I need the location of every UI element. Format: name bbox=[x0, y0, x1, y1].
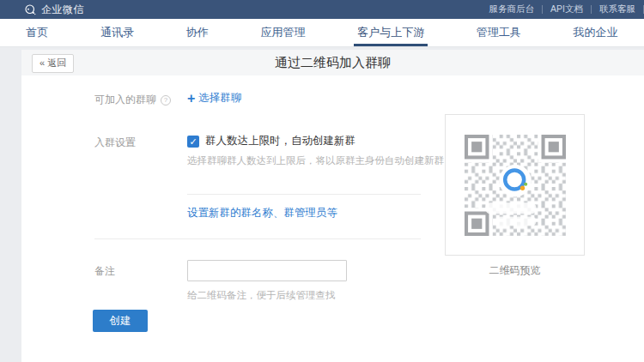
topbar-link-support[interactable]: 联系客服 bbox=[592, 3, 643, 15]
brand-name: 企业微信 bbox=[41, 3, 84, 17]
qr-preview-box bbox=[445, 114, 585, 256]
page-title: 通过二维码加入群聊 bbox=[21, 50, 644, 75]
auto-create-group-label: 群人数达上限时，自动创建新群 bbox=[205, 134, 355, 148]
joinable-group-label: 可加入的群聊 bbox=[94, 93, 156, 107]
topbar: 企业微信 服务商后台 API文档 联系客服 bbox=[0, 0, 644, 19]
divider bbox=[94, 238, 421, 239]
remark-hint: 给二维码备注，便于后续管理查找 bbox=[187, 289, 336, 302]
panel: « 返回 通过二维码加入群聊 可加入的群聊 ? + 选择群聊 入群设置 ✓ 群人… bbox=[21, 50, 644, 362]
checkbox-checked-icon[interactable]: ✓ bbox=[187, 136, 199, 148]
qr-preview-caption: 二维码预览 bbox=[445, 263, 585, 278]
new-group-config-link[interactable]: 设置新群的群名称、群管理员等 bbox=[187, 206, 337, 220]
wechat-work-logo-icon bbox=[24, 3, 37, 16]
topbar-links: 服务商后台 API文档 联系客服 bbox=[482, 0, 644, 19]
remark-input[interactable] bbox=[187, 260, 347, 281]
nav-item-customers[interactable]: 客户与上下游 bbox=[354, 19, 428, 46]
topbar-link-provider[interactable]: 服务商后台 bbox=[482, 3, 543, 15]
plus-icon: + bbox=[187, 93, 195, 105]
nav-item-home[interactable]: 首页 bbox=[22, 19, 52, 46]
divider bbox=[187, 194, 421, 195]
nav-item-contacts[interactable]: 通讯录 bbox=[97, 19, 137, 46]
form-panel: 可加入的群聊 ? + 选择群聊 入群设置 ✓ 群人数达上限时，自动创建新群 选择… bbox=[21, 75, 644, 362]
page-header: « 返回 通过二维码加入群聊 bbox=[21, 50, 644, 75]
main-nav: 首页 通讯录 协作 应用管理 客户与上下游 管理工具 我的企业 bbox=[0, 19, 644, 47]
nav-item-collaboration[interactable]: 协作 bbox=[183, 19, 212, 46]
join-settings-label: 入群设置 bbox=[94, 136, 136, 150]
qr-code bbox=[465, 135, 566, 236]
auto-create-group-hint: 选择群聊群人数达到上限后，将以原群主身份自动创建新群 bbox=[187, 154, 444, 167]
nav-item-app-management[interactable]: 应用管理 bbox=[257, 19, 308, 46]
choose-group-label: 选择群聊 bbox=[198, 91, 241, 106]
brand[interactable]: 企业微信 bbox=[24, 3, 84, 17]
remark-label: 备注 bbox=[94, 264, 115, 279]
joinable-group-label-row: 可加入的群聊 ? bbox=[94, 93, 171, 107]
content-area: « 返回 通过二维码加入群聊 可加入的群聊 ? + 选择群聊 入群设置 ✓ 群人… bbox=[0, 48, 644, 362]
nav-item-my-company[interactable]: 我的企业 bbox=[570, 19, 622, 46]
create-button[interactable]: 创建 bbox=[93, 310, 148, 332]
choose-group-link[interactable]: + 选择群聊 bbox=[187, 91, 241, 106]
nav-item-management-tools[interactable]: 管理工具 bbox=[473, 19, 525, 46]
topbar-link-api-docs[interactable]: API文档 bbox=[543, 3, 591, 15]
info-icon[interactable]: ? bbox=[161, 95, 171, 106]
auto-create-group-checkbox-row[interactable]: ✓ 群人数达上限时，自动创建新群 bbox=[187, 134, 355, 148]
